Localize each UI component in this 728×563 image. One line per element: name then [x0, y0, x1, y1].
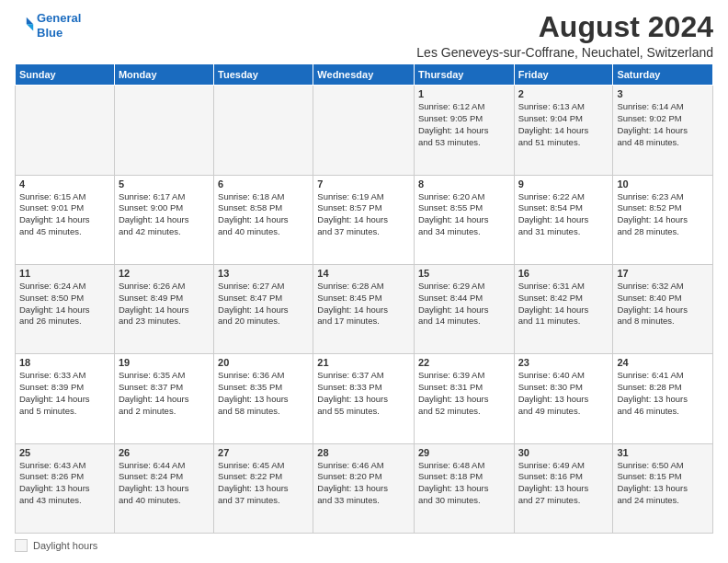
day-info: Sunrise: 6:43 AM Sunset: 8:26 PM Dayligh… — [19, 460, 110, 507]
calendar-cell: 28Sunrise: 6:46 AM Sunset: 8:20 PM Dayli… — [313, 443, 415, 533]
day-number: 21 — [317, 357, 410, 368]
calendar-cell: 13Sunrise: 6:27 AM Sunset: 8:47 PM Dayli… — [214, 264, 313, 353]
day-number: 18 — [19, 357, 110, 368]
col-friday: Friday — [514, 64, 613, 86]
day-number: 5 — [119, 178, 210, 190]
calendar-cell: 20Sunrise: 6:36 AM Sunset: 8:35 PM Dayli… — [214, 354, 313, 443]
daylight-box-icon — [15, 539, 28, 552]
day-info: Sunrise: 6:20 AM Sunset: 8:55 PM Dayligh… — [418, 191, 510, 238]
day-info: Sunrise: 6:27 AM Sunset: 8:47 PM Dayligh… — [218, 281, 309, 327]
logo: General Blue — [15, 11, 81, 40]
calendar-cell — [114, 86, 213, 175]
day-number: 15 — [418, 268, 510, 279]
day-info: Sunrise: 6:39 AM Sunset: 8:31 PM Dayligh… — [418, 370, 510, 417]
day-number: 2 — [518, 88, 609, 99]
day-number: 12 — [119, 268, 210, 279]
day-number: 3 — [617, 88, 709, 99]
calendar-cell: 10Sunrise: 6:23 AM Sunset: 8:52 PM Dayli… — [613, 175, 713, 264]
header: General Blue August 2024 Les Geneveys-su… — [15, 11, 713, 60]
calendar-cell: 26Sunrise: 6:44 AM Sunset: 8:24 PM Dayli… — [114, 443, 213, 533]
week-row-0: 1Sunrise: 6:12 AM Sunset: 9:05 PM Daylig… — [16, 86, 713, 175]
day-info: Sunrise: 6:12 AM Sunset: 9:05 PM Dayligh… — [418, 101, 510, 148]
day-info: Sunrise: 6:36 AM Sunset: 8:35 PM Dayligh… — [218, 370, 309, 417]
day-info: Sunrise: 6:19 AM Sunset: 8:57 PM Dayligh… — [317, 191, 410, 238]
day-number: 22 — [418, 357, 510, 368]
week-row-4: 25Sunrise: 6:43 AM Sunset: 8:26 PM Dayli… — [16, 443, 713, 533]
day-number: 14 — [317, 268, 410, 279]
col-thursday: Thursday — [414, 64, 514, 86]
day-number: 30 — [518, 447, 609, 458]
calendar-cell: 8Sunrise: 6:20 AM Sunset: 8:55 PM Daylig… — [414, 175, 514, 264]
calendar-cell: 7Sunrise: 6:19 AM Sunset: 8:57 PM Daylig… — [313, 175, 415, 264]
svg-marker-0 — [27, 17, 33, 23]
svg-marker-1 — [27, 24, 33, 30]
calendar-cell: 19Sunrise: 6:35 AM Sunset: 8:37 PM Dayli… — [114, 354, 213, 443]
col-saturday: Saturday — [613, 64, 713, 86]
day-info: Sunrise: 6:22 AM Sunset: 8:54 PM Dayligh… — [518, 191, 609, 238]
subtitle: Les Geneveys-sur-Coffrane, Neuchatel, Sw… — [81, 45, 713, 60]
day-number: 10 — [617, 178, 709, 190]
main-title: August 2024 — [81, 11, 713, 43]
calendar-cell: 3Sunrise: 6:14 AM Sunset: 9:02 PM Daylig… — [613, 86, 713, 175]
daylight-label: Daylight hours — [33, 540, 97, 551]
day-info: Sunrise: 6:18 AM Sunset: 8:58 PM Dayligh… — [218, 191, 309, 238]
footer: Daylight hours — [15, 539, 713, 552]
day-info: Sunrise: 6:41 AM Sunset: 8:28 PM Dayligh… — [617, 370, 709, 417]
day-number: 26 — [119, 447, 210, 458]
calendar-cell: 1Sunrise: 6:12 AM Sunset: 9:05 PM Daylig… — [414, 86, 514, 175]
day-info: Sunrise: 6:32 AM Sunset: 8:40 PM Dayligh… — [617, 281, 709, 327]
calendar-cell: 29Sunrise: 6:48 AM Sunset: 8:18 PM Dayli… — [414, 443, 514, 533]
day-number: 1 — [418, 88, 510, 99]
day-info: Sunrise: 6:37 AM Sunset: 8:33 PM Dayligh… — [317, 370, 410, 417]
calendar-cell: 17Sunrise: 6:32 AM Sunset: 8:40 PM Dayli… — [613, 264, 713, 353]
logo-line2: Blue — [37, 26, 63, 40]
day-number: 27 — [218, 447, 309, 458]
day-info: Sunrise: 6:46 AM Sunset: 8:20 PM Dayligh… — [317, 460, 410, 507]
day-number: 9 — [518, 178, 609, 190]
day-info: Sunrise: 6:50 AM Sunset: 8:15 PM Dayligh… — [617, 460, 709, 507]
day-info: Sunrise: 6:23 AM Sunset: 8:52 PM Dayligh… — [617, 191, 709, 238]
header-row: Sunday Monday Tuesday Wednesday Thursday… — [16, 64, 713, 86]
col-monday: Monday — [114, 64, 213, 86]
page: General Blue August 2024 Les Geneveys-su… — [0, 0, 728, 563]
day-number: 17 — [617, 268, 709, 279]
day-info: Sunrise: 6:45 AM Sunset: 8:22 PM Dayligh… — [218, 460, 309, 507]
calendar-cell: 25Sunrise: 6:43 AM Sunset: 8:26 PM Dayli… — [16, 443, 115, 533]
calendar-cell — [313, 86, 415, 175]
logo-line1: General — [37, 11, 81, 25]
day-number: 25 — [19, 447, 110, 458]
calendar-cell: 27Sunrise: 6:45 AM Sunset: 8:22 PM Dayli… — [214, 443, 313, 533]
day-info: Sunrise: 6:49 AM Sunset: 8:16 PM Dayligh… — [518, 460, 609, 507]
week-row-3: 18Sunrise: 6:33 AM Sunset: 8:39 PM Dayli… — [16, 354, 713, 443]
day-number: 28 — [317, 447, 410, 458]
day-info: Sunrise: 6:14 AM Sunset: 9:02 PM Dayligh… — [617, 101, 709, 148]
day-number: 7 — [317, 178, 410, 190]
calendar-cell: 18Sunrise: 6:33 AM Sunset: 8:39 PM Dayli… — [16, 354, 115, 443]
calendar-cell: 14Sunrise: 6:28 AM Sunset: 8:45 PM Dayli… — [313, 264, 415, 353]
calendar-cell: 12Sunrise: 6:26 AM Sunset: 8:49 PM Dayli… — [114, 264, 213, 353]
day-info: Sunrise: 6:48 AM Sunset: 8:18 PM Dayligh… — [418, 460, 510, 507]
calendar-cell: 5Sunrise: 6:17 AM Sunset: 9:00 PM Daylig… — [114, 175, 213, 264]
calendar-cell: 23Sunrise: 6:40 AM Sunset: 8:30 PM Dayli… — [514, 354, 613, 443]
day-number: 4 — [19, 178, 110, 190]
day-info: Sunrise: 6:24 AM Sunset: 8:50 PM Dayligh… — [19, 281, 110, 327]
calendar-cell: 21Sunrise: 6:37 AM Sunset: 8:33 PM Dayli… — [313, 354, 415, 443]
calendar-cell: 31Sunrise: 6:50 AM Sunset: 8:15 PM Dayli… — [613, 443, 713, 533]
calendar-cell: 22Sunrise: 6:39 AM Sunset: 8:31 PM Dayli… — [414, 354, 514, 443]
day-number: 19 — [119, 357, 210, 368]
day-info: Sunrise: 6:17 AM Sunset: 9:00 PM Dayligh… — [119, 191, 210, 238]
week-row-1: 4Sunrise: 6:15 AM Sunset: 9:01 PM Daylig… — [16, 175, 713, 264]
calendar-cell: 24Sunrise: 6:41 AM Sunset: 8:28 PM Dayli… — [613, 354, 713, 443]
day-number: 16 — [518, 268, 609, 279]
day-info: Sunrise: 6:35 AM Sunset: 8:37 PM Dayligh… — [119, 370, 210, 417]
logo-icon — [15, 16, 35, 36]
day-info: Sunrise: 6:40 AM Sunset: 8:30 PM Dayligh… — [518, 370, 609, 417]
day-info: Sunrise: 6:29 AM Sunset: 8:44 PM Dayligh… — [418, 281, 510, 327]
calendar-cell — [16, 86, 115, 175]
col-wednesday: Wednesday — [313, 64, 415, 86]
day-number: 29 — [418, 447, 510, 458]
day-number: 8 — [418, 178, 510, 190]
day-info: Sunrise: 6:28 AM Sunset: 8:45 PM Dayligh… — [317, 281, 410, 327]
calendar-cell — [214, 86, 313, 175]
day-number: 31 — [617, 447, 709, 458]
